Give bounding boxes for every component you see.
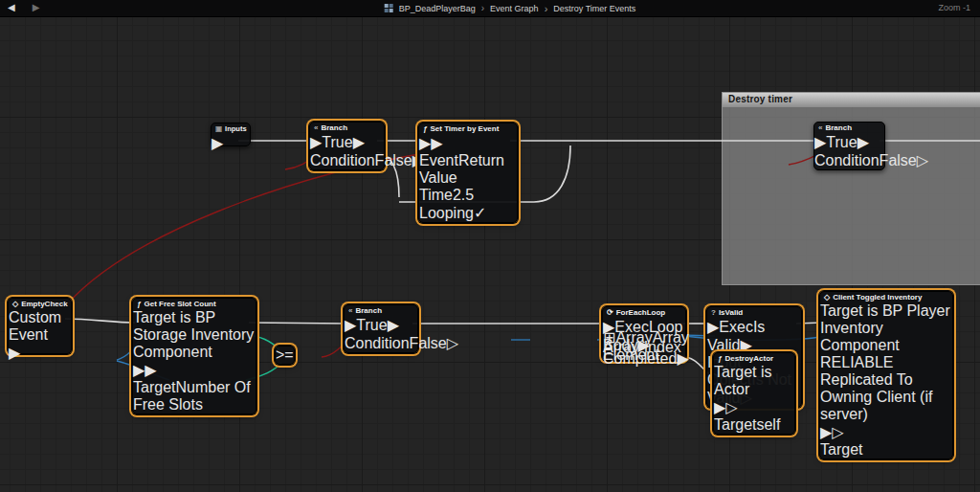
pin-label-true: True xyxy=(826,134,857,150)
pin-label-exec: Exec xyxy=(719,319,753,335)
node-title: Inputs xyxy=(225,124,247,133)
pin-label-target: Target xyxy=(133,379,175,395)
exec-out-pin[interactable]: ▶ xyxy=(9,345,20,361)
inputs-icon: ▣ xyxy=(215,124,222,133)
pin-label-condition: Condition xyxy=(814,152,880,168)
node-title: Client Toggled Inventory xyxy=(833,293,922,302)
node-title: Branch xyxy=(321,123,347,132)
true-exec-pin[interactable]: ▶ xyxy=(388,317,399,333)
pin-label-time: Time xyxy=(419,187,453,203)
forward-button[interactable]: ▶ xyxy=(33,2,40,12)
pin-label-condition: Condition xyxy=(310,152,375,168)
true-exec-pin[interactable]: ▶ xyxy=(858,134,869,150)
node-subtitle: Custom Event xyxy=(9,309,71,344)
node-branch-comment[interactable]: « Branch ▶True▶ ConditionFalse▷ xyxy=(813,122,885,170)
is-valid-exec-pin[interactable]: ▶ xyxy=(740,337,751,353)
node-get-free-slot-count[interactable]: ƒ Get Free Slot Count Target is BP Stora… xyxy=(132,298,256,414)
pin-label-false: False xyxy=(880,152,917,168)
pin-label-looping: Looping xyxy=(419,205,474,221)
true-exec-pin[interactable]: ▶ xyxy=(353,134,365,150)
event-icon: ◇ xyxy=(824,293,830,302)
looping-checkbox[interactable]: ✓ xyxy=(474,205,486,221)
breadcrumb-root[interactable]: BP_DeadPlayerBag xyxy=(399,4,476,13)
pin-label-target: Target xyxy=(820,441,862,458)
node-set-timer-by-event[interactable]: ƒ Set Timer by Event ▶▶ EventReturn Valu… xyxy=(418,123,518,223)
pin-label-target: Target xyxy=(714,416,756,433)
exec-in-pin[interactable]: ▶ xyxy=(814,134,826,150)
exec-out-pin[interactable]: ▶ xyxy=(212,135,223,151)
node-title: Branch xyxy=(825,123,852,132)
pin-label-true: True xyxy=(356,317,387,333)
pin-label-condition: Condition xyxy=(345,335,410,351)
node-inputs[interactable]: ▣ Inputs ▶ xyxy=(211,123,251,146)
exec-in-pin[interactable]: ▶ xyxy=(419,135,431,151)
pin-label-event: Event xyxy=(419,152,458,168)
exec-in-pin[interactable]: ▶ xyxy=(714,399,725,415)
operator-label: >= xyxy=(276,347,294,363)
exec-out-pin[interactable]: ▷ xyxy=(832,424,843,440)
node-branch-bottom[interactable]: « Branch ▶True▶ ConditionFalse▷ xyxy=(344,304,418,353)
time-value-input[interactable]: 2.5 xyxy=(453,187,474,203)
node-title: IsValid xyxy=(719,308,743,317)
event-icon: ◇ xyxy=(12,300,18,308)
false-exec-pin[interactable]: ▷ xyxy=(917,152,928,168)
question-icon: ? xyxy=(711,308,716,317)
exec-in-pin[interactable]: ▶ xyxy=(310,134,322,150)
pin-label-completed: Completed xyxy=(603,350,677,367)
chevron-icon: › xyxy=(481,3,484,13)
node-branch-top[interactable]: « Branch ▶True▶ ConditionFalse▶ xyxy=(309,122,385,170)
node-title: Branch xyxy=(355,306,382,315)
exec-in-pin[interactable]: ▶ xyxy=(133,362,145,378)
node-title: Set Timer by Event xyxy=(430,124,499,133)
node-foreachloop[interactable]: ⟳ ForEachLoop ▶ExecLoop Body▶ ⊞ArrayArra… xyxy=(602,306,686,361)
back-button[interactable]: ◀ xyxy=(8,2,15,12)
node-title: Get Free Slot Count xyxy=(144,300,215,308)
breadcrumb: BP_DeadPlayerBag › Event Graph › Destroy… xyxy=(385,3,636,14)
loop-icon: ⟳ xyxy=(607,308,613,317)
node-empty-check-event[interactable]: ◇ EmptyCheck Custom Event ▶ xyxy=(8,298,72,354)
blueprint-icon xyxy=(385,4,393,12)
breadcrumb-graph[interactable]: Event Graph xyxy=(490,4,539,13)
exec-in-pin[interactable]: ▶ xyxy=(707,319,719,335)
branch-icon: « xyxy=(818,123,822,132)
node-client-toggled-inventory[interactable]: ◇ Client Toggled Inventory Target is BP … xyxy=(819,291,953,459)
exec-out-pin[interactable]: ▷ xyxy=(725,399,737,415)
node-subtitle-1: Target is BP Player Inventory Component xyxy=(820,302,952,354)
exec-in-pin[interactable]: ▶ xyxy=(820,424,832,440)
function-icon: ƒ xyxy=(423,124,427,133)
node-title: DestroyActor xyxy=(724,354,773,363)
breadcrumb-section[interactable]: Destroy Timer Events xyxy=(553,4,635,13)
node-title: ForEachLoop xyxy=(616,308,666,317)
zoom-level-label: Zoom -1 xyxy=(938,3,970,12)
node-subtitle: Target is BP Storage Inventory Component xyxy=(133,309,256,361)
node-title: EmptyCheck xyxy=(21,300,67,308)
completed-exec-pin[interactable]: ▶ xyxy=(677,350,688,367)
node-greater-equal[interactable]: >= xyxy=(275,346,295,365)
pin-label-true: True xyxy=(322,134,352,150)
function-icon: ƒ xyxy=(137,300,141,308)
pin-label-false: False xyxy=(410,335,447,351)
target-self-value[interactable]: self xyxy=(756,416,780,433)
false-exec-pin[interactable]: ▷ xyxy=(447,335,458,351)
exec-out-pin[interactable]: ▶ xyxy=(431,135,442,151)
exec-out-pin[interactable]: ▶ xyxy=(145,362,156,378)
chevron-icon: › xyxy=(545,3,548,14)
function-icon: ƒ xyxy=(718,354,722,363)
node-destroy-actor[interactable]: ƒ DestroyActor Target is Actor ▶▷ Target… xyxy=(713,352,795,435)
node-subtitle-2: RELIABLE Replicated To Owning Client (if… xyxy=(820,354,952,423)
pin-label-false: False xyxy=(375,152,412,168)
exec-in-pin[interactable]: ▶ xyxy=(345,317,356,333)
node-subtitle: Target is Actor xyxy=(714,364,794,398)
branch-icon: « xyxy=(348,306,352,315)
comment-title[interactable]: Destroy timer xyxy=(723,93,980,107)
branch-icon: « xyxy=(314,123,318,132)
title-bar: ◀ ▶ BP_DeadPlayerBag › Event Graph › Des… xyxy=(0,0,980,17)
